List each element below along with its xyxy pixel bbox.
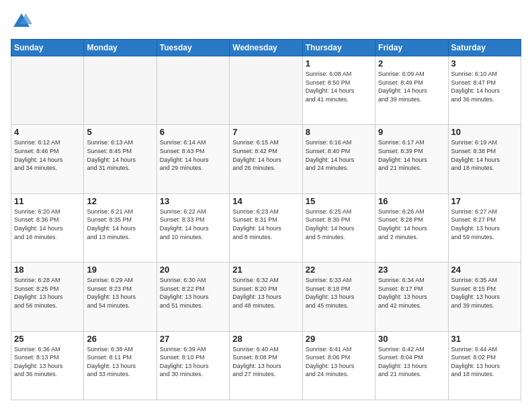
calendar-cell: 31Sunrise: 6:44 AM Sunset: 8:02 PM Dayli… (448, 331, 521, 400)
weekday-header-wednesday: Wednesday (230, 40, 302, 56)
calendar-cell: 26Sunrise: 6:38 AM Sunset: 8:11 PM Dayli… (84, 331, 157, 400)
day-info: Sunrise: 6:10 AM Sunset: 8:47 PM Dayligh… (451, 70, 518, 103)
day-info: Sunrise: 6:30 AM Sunset: 8:22 PM Dayligh… (160, 276, 226, 310)
day-info: Sunrise: 6:25 AM Sunset: 8:30 PM Dayligh… (306, 208, 372, 241)
day-number: 25 (14, 334, 81, 344)
calendar-cell: 11Sunrise: 6:20 AM Sunset: 8:36 PM Dayli… (11, 193, 84, 262)
day-number: 27 (160, 334, 226, 344)
day-number: 2 (378, 58, 445, 68)
day-number: 15 (306, 196, 372, 206)
weekday-header-friday: Friday (375, 40, 448, 56)
calendar-cell: 22Sunrise: 6:33 AM Sunset: 8:18 PM Dayli… (302, 263, 375, 331)
calendar-cell (11, 56, 84, 125)
calendar-cell: 3Sunrise: 6:10 AM Sunset: 8:47 PM Daylig… (448, 56, 521, 125)
calendar-cell: 21Sunrise: 6:32 AM Sunset: 8:20 PM Dayli… (230, 263, 302, 331)
day-info: Sunrise: 6:38 AM Sunset: 8:11 PM Dayligh… (87, 345, 153, 379)
weekday-header-thursday: Thursday (302, 40, 375, 56)
day-info: Sunrise: 6:27 AM Sunset: 8:27 PM Dayligh… (451, 208, 518, 241)
day-info: Sunrise: 6:44 AM Sunset: 8:02 PM Dayligh… (451, 345, 518, 379)
day-info: Sunrise: 6:42 AM Sunset: 8:04 PM Dayligh… (378, 345, 445, 379)
calendar-cell: 10Sunrise: 6:19 AM Sunset: 8:38 PM Dayli… (448, 125, 521, 193)
day-info: Sunrise: 6:19 AM Sunset: 8:38 PM Dayligh… (451, 138, 518, 172)
day-info: Sunrise: 6:32 AM Sunset: 8:20 PM Dayligh… (232, 276, 299, 310)
day-number: 22 (306, 265, 372, 275)
day-number: 18 (14, 265, 81, 275)
calendar-cell: 12Sunrise: 6:21 AM Sunset: 8:35 PM Dayli… (84, 193, 157, 262)
week-row-3: 11Sunrise: 6:20 AM Sunset: 8:36 PM Dayli… (11, 193, 521, 262)
calendar-cell: 8Sunrise: 6:16 AM Sunset: 8:40 PM Daylig… (302, 125, 375, 193)
day-info: Sunrise: 6:17 AM Sunset: 8:39 PM Dayligh… (378, 138, 445, 172)
logo-icon (11, 11, 32, 32)
day-number: 3 (451, 58, 518, 68)
day-number: 1 (306, 58, 372, 68)
day-info: Sunrise: 6:14 AM Sunset: 8:43 PM Dayligh… (160, 138, 226, 172)
day-number: 16 (378, 196, 445, 206)
day-info: Sunrise: 6:09 AM Sunset: 8:49 PM Dayligh… (378, 70, 445, 103)
calendar-cell: 7Sunrise: 6:15 AM Sunset: 8:42 PM Daylig… (230, 125, 302, 193)
calendar-cell: 16Sunrise: 6:26 AM Sunset: 8:28 PM Dayli… (375, 193, 448, 262)
day-number: 26 (87, 334, 153, 344)
calendar-cell: 28Sunrise: 6:40 AM Sunset: 8:08 PM Dayli… (230, 331, 302, 400)
day-info: Sunrise: 6:33 AM Sunset: 8:18 PM Dayligh… (306, 276, 372, 310)
calendar-cell (84, 56, 157, 125)
calendar-cell: 6Sunrise: 6:14 AM Sunset: 8:43 PM Daylig… (157, 125, 229, 193)
calendar-cell: 13Sunrise: 6:22 AM Sunset: 8:33 PM Dayli… (157, 193, 229, 262)
weekday-header-sunday: Sunday (11, 40, 84, 56)
day-info: Sunrise: 6:36 AM Sunset: 8:13 PM Dayligh… (14, 345, 81, 379)
calendar-cell: 30Sunrise: 6:42 AM Sunset: 8:04 PM Dayli… (375, 331, 448, 400)
weekday-header-tuesday: Tuesday (157, 40, 229, 56)
calendar-cell (157, 56, 229, 125)
day-number: 7 (232, 127, 299, 137)
calendar-cell: 29Sunrise: 6:41 AM Sunset: 8:06 PM Dayli… (302, 331, 375, 400)
day-info: Sunrise: 6:29 AM Sunset: 8:23 PM Dayligh… (87, 276, 153, 310)
day-info: Sunrise: 6:26 AM Sunset: 8:28 PM Dayligh… (378, 208, 445, 241)
day-number: 5 (87, 127, 153, 137)
weekday-header-monday: Monday (84, 40, 157, 56)
day-info: Sunrise: 6:34 AM Sunset: 8:17 PM Dayligh… (378, 276, 445, 310)
calendar-cell: 17Sunrise: 6:27 AM Sunset: 8:27 PM Dayli… (448, 193, 521, 262)
week-row-2: 4Sunrise: 6:12 AM Sunset: 8:46 PM Daylig… (11, 125, 521, 193)
calendar-cell: 19Sunrise: 6:29 AM Sunset: 8:23 PM Dayli… (84, 263, 157, 331)
day-info: Sunrise: 6:15 AM Sunset: 8:42 PM Dayligh… (232, 138, 299, 172)
calendar-cell: 2Sunrise: 6:09 AM Sunset: 8:49 PM Daylig… (375, 56, 448, 125)
day-number: 28 (232, 334, 299, 344)
day-number: 17 (451, 196, 518, 206)
day-info: Sunrise: 6:39 AM Sunset: 8:10 PM Dayligh… (160, 345, 226, 379)
day-number: 8 (306, 127, 372, 137)
day-number: 6 (160, 127, 226, 137)
day-number: 13 (160, 196, 226, 206)
day-info: Sunrise: 6:20 AM Sunset: 8:36 PM Dayligh… (14, 208, 81, 241)
day-info: Sunrise: 6:12 AM Sunset: 8:46 PM Dayligh… (14, 138, 81, 172)
day-number: 31 (451, 334, 518, 344)
week-row-4: 18Sunrise: 6:28 AM Sunset: 8:25 PM Dayli… (11, 263, 521, 331)
calendar-table: SundayMondayTuesdayWednesdayThursdayFrid… (11, 39, 521, 400)
day-number: 21 (232, 265, 299, 275)
calendar-cell: 9Sunrise: 6:17 AM Sunset: 8:39 PM Daylig… (375, 125, 448, 193)
day-number: 29 (306, 334, 372, 344)
weekday-header-saturday: Saturday (448, 40, 521, 56)
calendar-cell: 5Sunrise: 6:13 AM Sunset: 8:45 PM Daylig… (84, 125, 157, 193)
day-number: 30 (378, 334, 445, 344)
day-info: Sunrise: 6:08 AM Sunset: 8:50 PM Dayligh… (306, 70, 372, 103)
day-info: Sunrise: 6:21 AM Sunset: 8:35 PM Dayligh… (87, 208, 153, 241)
calendar-cell: 23Sunrise: 6:34 AM Sunset: 8:17 PM Dayli… (375, 263, 448, 331)
calendar-cell: 18Sunrise: 6:28 AM Sunset: 8:25 PM Dayli… (11, 263, 84, 331)
calendar-cell (230, 56, 302, 125)
calendar-cell: 4Sunrise: 6:12 AM Sunset: 8:46 PM Daylig… (11, 125, 84, 193)
day-info: Sunrise: 6:35 AM Sunset: 8:15 PM Dayligh… (451, 276, 518, 310)
calendar-cell: 15Sunrise: 6:25 AM Sunset: 8:30 PM Dayli… (302, 193, 375, 262)
day-info: Sunrise: 6:23 AM Sunset: 8:31 PM Dayligh… (232, 208, 299, 241)
weekday-header-row: SundayMondayTuesdayWednesdayThursdayFrid… (11, 40, 521, 56)
calendar-cell: 24Sunrise: 6:35 AM Sunset: 8:15 PM Dayli… (448, 263, 521, 331)
logo (11, 11, 35, 32)
calendar-cell: 20Sunrise: 6:30 AM Sunset: 8:22 PM Dayli… (157, 263, 229, 331)
day-number: 9 (378, 127, 445, 137)
day-info: Sunrise: 6:13 AM Sunset: 8:45 PM Dayligh… (87, 138, 153, 172)
day-info: Sunrise: 6:41 AM Sunset: 8:06 PM Dayligh… (306, 345, 372, 379)
day-number: 12 (87, 196, 153, 206)
calendar-cell: 25Sunrise: 6:36 AM Sunset: 8:13 PM Dayli… (11, 331, 84, 400)
day-number: 10 (451, 127, 518, 137)
day-number: 24 (451, 265, 518, 275)
calendar-cell: 14Sunrise: 6:23 AM Sunset: 8:31 PM Dayli… (230, 193, 302, 262)
day-number: 14 (232, 196, 299, 206)
